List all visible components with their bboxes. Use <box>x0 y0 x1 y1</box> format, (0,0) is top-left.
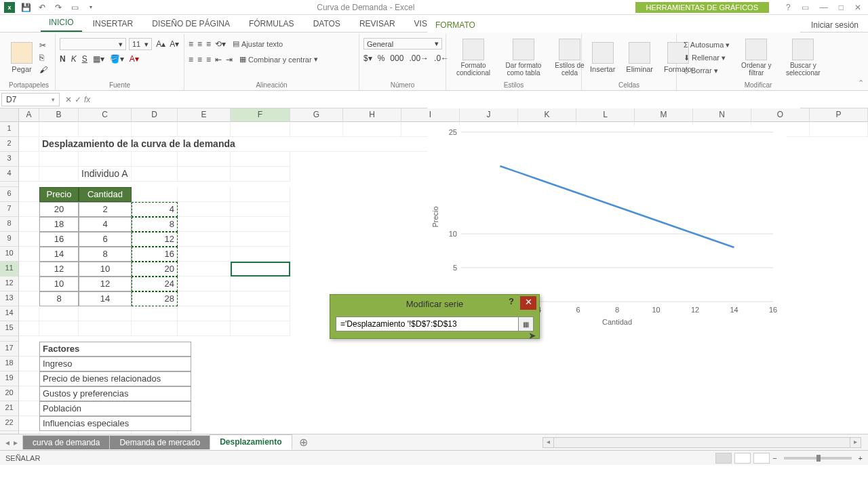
new-doc-icon[interactable]: ▭ <box>69 2 80 13</box>
delete-cells-button[interactable]: Eliminar <box>622 41 657 75</box>
italic-button[interactable]: K <box>71 54 77 64</box>
cancel-formula-icon[interactable]: ✕ <box>65 95 72 104</box>
col-header-o[interactable]: O <box>751 108 810 122</box>
col-header-g[interactable]: G <box>290 108 343 122</box>
align-top-icon[interactable]: ≡ <box>189 39 193 49</box>
qat-dropdown-icon[interactable]: ▾ <box>85 2 96 13</box>
tab-insertar[interactable]: INSERTAR <box>85 16 142 32</box>
font-size-box[interactable]: 11▾ <box>129 38 152 50</box>
font-name-box[interactable]: ▾ <box>60 38 126 50</box>
sheet-tab-3[interactable]: Desplazamiento <box>210 434 292 450</box>
sheet-nav-next-icon[interactable]: ▸ <box>14 438 18 447</box>
col-header-b[interactable]: B <box>39 108 79 122</box>
fx-icon[interactable]: fx <box>84 95 90 104</box>
col-header-p[interactable]: P <box>810 108 868 122</box>
dialog-help-button[interactable]: ? <box>504 296 519 310</box>
tab-datos[interactable]: DATOS <box>305 16 349 32</box>
indent-increase-icon[interactable]: ⇥ <box>226 55 233 64</box>
align-bottom-icon[interactable]: ≡ <box>206 39 211 49</box>
collapse-ribbon-icon[interactable]: ⌃ <box>858 79 864 87</box>
save-icon[interactable]: 💾 <box>20 2 31 13</box>
factor-row[interactable]: Población <box>39 401 191 416</box>
view-page-layout-button[interactable] <box>734 453 751 464</box>
select-all-corner[interactable] <box>0 108 19 122</box>
header-precio[interactable]: Precio <box>39 187 79 202</box>
shrink-font-icon[interactable]: A▾ <box>168 38 180 50</box>
col-header-n[interactable]: N <box>693 108 751 122</box>
border-icon[interactable]: ▦▾ <box>93 54 104 64</box>
minimize-icon[interactable]: — <box>820 3 828 12</box>
tab-formulas[interactable]: FÓRMULAS <box>241 16 302 32</box>
format-painter-icon[interactable]: 🖌 <box>39 65 47 75</box>
col-header-m[interactable]: M <box>635 108 693 122</box>
copy-icon[interactable]: ⎘ <box>39 53 47 62</box>
wrap-text-button[interactable]: ▤Ajustar texto <box>230 38 285 49</box>
redo-icon[interactable]: ↷ <box>53 2 64 13</box>
orientation-icon[interactable]: ⟲▾ <box>215 39 226 49</box>
undo-icon[interactable]: ↶ <box>37 2 47 13</box>
comma-icon[interactable]: 000 <box>390 54 403 63</box>
number-format-box[interactable]: General▾ <box>363 38 442 49</box>
col-header-a[interactable]: A <box>19 108 39 122</box>
horizontal-scrollbar[interactable]: ◂ ▸ <box>542 437 861 448</box>
subtitle[interactable]: Individuo A <box>79 167 132 182</box>
col-header-i[interactable]: I <box>401 108 460 122</box>
factors-title[interactable]: Factores <box>39 342 191 357</box>
new-sheet-button[interactable]: ⊕ <box>292 436 315 449</box>
col-header-e[interactable]: E <box>178 108 231 122</box>
col-header-d[interactable]: D <box>132 108 178 122</box>
header-cantidad[interactable]: Cantidad <box>79 187 132 202</box>
zoom-in-button[interactable]: + <box>859 454 863 462</box>
grow-font-icon[interactable]: A▴ <box>155 38 167 50</box>
collapse-dialog-button[interactable]: ▦➤ <box>518 317 533 331</box>
fill-color-icon[interactable]: 🪣▾ <box>110 54 124 64</box>
currency-icon[interactable]: $▾ <box>363 54 372 63</box>
increase-decimal-icon[interactable]: .00→ <box>409 54 429 63</box>
tab-revisar[interactable]: REVISAR <box>351 16 403 32</box>
font-color-icon[interactable]: A▾ <box>130 54 139 64</box>
zoom-slider[interactable] <box>784 457 852 460</box>
format-as-table-button[interactable]: Dar formato como tabla <box>499 37 548 78</box>
factor-row[interactable]: Precio de bienes relacionados <box>39 371 191 386</box>
factor-row[interactable]: Influencias especiales <box>39 416 191 431</box>
align-middle-icon[interactable]: ≡ <box>197 39 202 49</box>
clear-button[interactable]: ◇ Borrar▾ <box>681 65 732 77</box>
col-header-c[interactable]: C <box>79 108 132 122</box>
factor-row[interactable]: Gustos y preferencias <box>39 386 191 401</box>
fill-button[interactable]: ⬇ Rellenar▾ <box>681 52 732 64</box>
help-icon[interactable]: ? <box>786 3 791 12</box>
tab-diseno-pagina[interactable]: DISEÑO DE PÁGINA <box>144 16 238 32</box>
sheet-tab-1[interactable]: curva de demanda <box>22 435 110 449</box>
name-box[interactable]: D7▾ <box>1 93 60 106</box>
sheet-tab-2[interactable]: Demanda de mercado <box>109 435 210 449</box>
underline-button[interactable]: S <box>82 54 87 64</box>
align-center-icon[interactable]: ≡ <box>197 55 202 64</box>
dialog-close-button[interactable]: ✕ <box>520 296 536 310</box>
insert-cells-button[interactable]: Insertar <box>586 41 619 75</box>
view-normal-button[interactable] <box>715 453 732 464</box>
ribbon-display-icon[interactable]: ▭ <box>802 3 809 12</box>
sheet-nav-prev-icon[interactable]: ◂ <box>5 438 9 447</box>
bold-button[interactable]: N <box>60 54 66 64</box>
percent-icon[interactable]: % <box>378 54 385 63</box>
close-icon[interactable]: ✕ <box>854 3 861 12</box>
find-select-button[interactable]: Buscar y seleccionar <box>780 37 826 78</box>
sort-filter-button[interactable]: Ordenar y filtrar <box>735 37 777 78</box>
conditional-format-button[interactable]: Formato condicional <box>450 37 496 78</box>
col-header-k[interactable]: K <box>518 108 576 122</box>
align-left-icon[interactable]: ≡ <box>189 55 193 64</box>
series-range-input[interactable] <box>336 317 518 331</box>
col-header-l[interactable]: L <box>576 108 635 122</box>
col-header-h[interactable]: H <box>343 108 401 122</box>
factor-row[interactable]: Ingreso <box>39 357 191 371</box>
align-right-icon[interactable]: ≡ <box>206 55 211 64</box>
col-header-j[interactable]: J <box>460 108 518 122</box>
merge-center-button[interactable]: ▦Combinar y centrar▾ <box>237 54 321 65</box>
autosum-button[interactable]: Σ Autosuma▾ <box>681 39 732 51</box>
indent-decrease-icon[interactable]: ⇤ <box>215 55 222 64</box>
cut-icon[interactable]: ✂ <box>39 41 47 50</box>
spreadsheet-grid[interactable]: A B C D E F G H I J K L M N O P 1 2Despl… <box>0 108 868 434</box>
view-page-break-button[interactable] <box>753 453 770 464</box>
zoom-out-button[interactable]: − <box>772 454 776 462</box>
maximize-icon[interactable]: □ <box>839 3 844 12</box>
